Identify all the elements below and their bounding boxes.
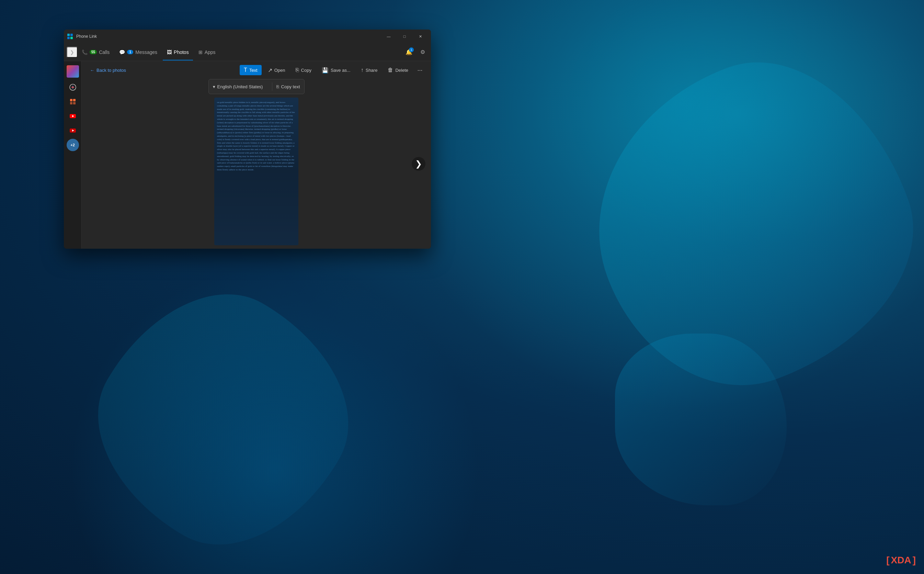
language-bar: ▾ English (United States) ⎘ Copy text [208, 79, 305, 94]
copy-text-button[interactable]: ⎘ Copy text [272, 81, 304, 92]
xda-text: XDA [891, 555, 911, 566]
svg-rect-4 [73, 102, 76, 104]
sidebar-icon-2[interactable] [67, 96, 79, 108]
app-icon [67, 33, 74, 40]
xda-bracket-right: ] [913, 555, 916, 566]
tab-messages-label: Messages [135, 49, 157, 55]
photo-text-content: on gold metallic piece hidden in it; met… [214, 98, 298, 245]
title-bar-controls: — □ ✕ [381, 30, 428, 43]
chevron-down-icon: ▾ [213, 84, 215, 89]
copy-button[interactable]: ⎘ Copy [291, 65, 316, 75]
tab-photos-label: Photos [174, 49, 189, 55]
gear-icon: ⚙ [420, 49, 425, 55]
copy-button-label: Copy [301, 68, 312, 73]
apps-icon: ⊞ [198, 49, 203, 55]
main-panel: ← Back to photos T Text ↗ Open ⎘ Copy [82, 61, 431, 249]
copy-text-label: Copy text [281, 84, 300, 89]
open-button-label: Open [274, 68, 285, 73]
user-avatar[interactable] [67, 65, 79, 77]
text-button[interactable]: T Text [240, 65, 262, 75]
tab-calls-label: Calls [99, 49, 110, 55]
app-window: Phone Link — □ ✕ ❯ 📞 55 Calls 💬 1 Messag… [64, 30, 431, 249]
save-as-button[interactable]: 💾 Save as... [318, 65, 355, 76]
tab-calls-badge: 55 [90, 50, 97, 54]
tab-photos[interactable]: 🖼 Photos [163, 47, 193, 58]
messages-icon: 💬 [119, 49, 125, 55]
photos-icon: 🖼 [167, 49, 172, 55]
tab-messages[interactable]: 💬 1 Messages [115, 47, 161, 58]
open-icon: ↗ [268, 67, 272, 74]
tab-messages-badge: 1 [127, 50, 133, 54]
nav-bar: ❯ 📞 55 Calls 💬 1 Messages 🖼 Photos ⊞ App… [64, 43, 431, 61]
nav-right: 🔔 1 ⚙ [403, 47, 428, 58]
svg-rect-1 [70, 99, 72, 101]
title-bar: Phone Link — □ ✕ [64, 30, 431, 43]
tab-calls[interactable]: 📞 55 Calls [78, 47, 114, 58]
language-label: English (United States) [217, 84, 263, 89]
content-area: +2 ← Back to photos T Text ↗ Open [64, 61, 431, 249]
more-options-button[interactable]: ··· [414, 65, 425, 76]
minimize-button[interactable]: — [381, 30, 397, 43]
title-bar-left: Phone Link [67, 33, 97, 40]
sidebar-icon-youtube-2[interactable] [67, 125, 79, 137]
xda-bracket-left: [ [886, 555, 889, 566]
photo-image: on gold metallic piece hidden in it; met… [214, 98, 298, 245]
back-to-photos-button[interactable]: ← Back to photos [87, 66, 129, 75]
delete-button-label: Delete [395, 68, 408, 73]
more-icon: ··· [417, 67, 422, 74]
notifications-button[interactable]: 🔔 1 [403, 47, 414, 58]
nav-expand-button[interactable]: ❯ [67, 47, 78, 58]
settings-button[interactable]: ⚙ [417, 47, 428, 58]
sidebar: +2 [64, 61, 82, 249]
svg-rect-2 [73, 99, 76, 101]
maximize-button[interactable]: □ [397, 30, 412, 43]
chevron-right-icon: ❯ [415, 159, 422, 169]
delete-icon: 🗑 [388, 67, 393, 73]
toolbar-right: T Text ↗ Open ⎘ Copy 💾 Save as... [240, 65, 425, 76]
window-title: Phone Link [76, 34, 97, 39]
copy-icon: ⎘ [296, 67, 299, 73]
photo-container: on gold metallic piece hidden in it; met… [214, 98, 298, 245]
open-button[interactable]: ↗ Open [264, 65, 290, 76]
share-icon: ↑ [361, 67, 364, 73]
toolbar: ← Back to photos T Text ↗ Open ⎘ Copy [82, 61, 431, 79]
next-photo-button[interactable]: ❯ [412, 157, 425, 171]
sidebar-icon-google[interactable] [67, 81, 79, 93]
delete-button[interactable]: 🗑 Delete [384, 65, 412, 75]
sidebar-more-label: +2 [70, 143, 75, 147]
text-icon: T [244, 67, 247, 73]
notification-badge: 1 [409, 47, 414, 52]
language-selector[interactable]: ▾ English (United States) [209, 81, 272, 92]
sidebar-more-button[interactable]: +2 [67, 139, 79, 151]
phone-icon: 📞 [82, 49, 88, 55]
svg-rect-3 [70, 102, 72, 104]
copy-text-icon: ⎘ [276, 84, 279, 89]
text-button-label: Text [249, 68, 258, 73]
back-arrow-icon: ← [90, 68, 94, 73]
image-viewer: ▾ English (United States) ⎘ Copy text on… [82, 79, 431, 249]
save-as-button-label: Save as... [331, 68, 351, 73]
tab-apps[interactable]: ⊞ Apps [194, 47, 220, 58]
close-button[interactable]: ✕ [412, 30, 428, 43]
share-button[interactable]: ↑ Share [357, 65, 382, 75]
sidebar-icon-youtube-1[interactable] [67, 110, 79, 122]
back-to-photos-label: Back to photos [96, 68, 126, 73]
xda-watermark: [ XDA ] [886, 555, 916, 566]
share-button-label: Share [366, 68, 378, 73]
save-icon: 💾 [322, 67, 329, 74]
nav-tabs: 📞 55 Calls 💬 1 Messages 🖼 Photos ⊞ Apps [78, 47, 403, 58]
tab-apps-label: Apps [205, 49, 216, 55]
